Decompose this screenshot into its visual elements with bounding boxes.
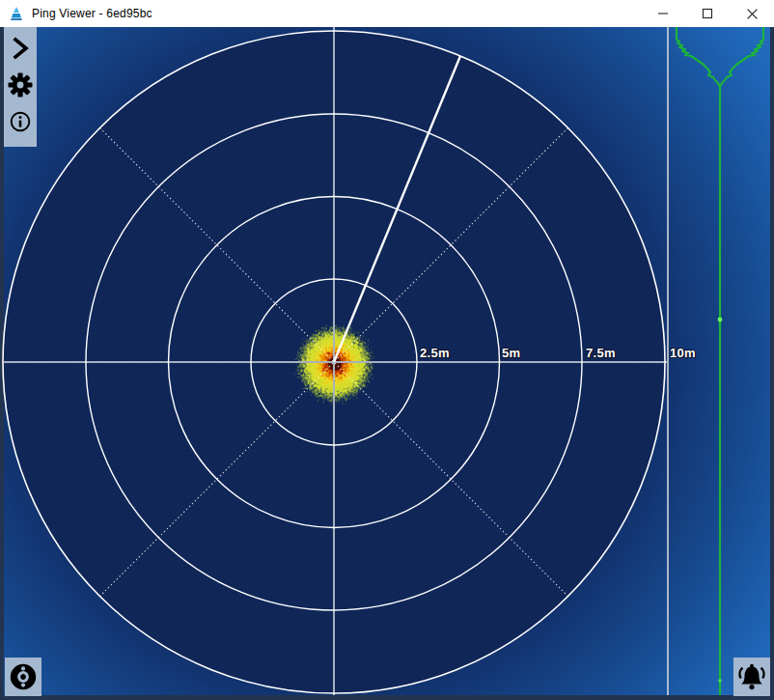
settings-button[interactable] — [6, 70, 35, 100]
close-button[interactable] — [730, 0, 774, 27]
ascan-waveform-trace — [677, 27, 763, 695]
open-menu-button[interactable] — [6, 33, 35, 64]
bell-icon — [736, 661, 767, 692]
maximize-icon — [702, 8, 713, 19]
info-icon — [9, 110, 32, 133]
range-label-5m: 5m — [502, 346, 520, 360]
disc-icon — [9, 662, 38, 691]
range-label-10m: 10m — [670, 346, 696, 360]
gear-icon — [8, 72, 33, 98]
sonar-polar-display — [0, 27, 774, 700]
notifications-button[interactable] — [733, 658, 770, 696]
minimize-icon — [657, 8, 669, 19]
window-title: Ping Viewer - 6ed95bc — [32, 7, 152, 20]
ascan-highlight-dot — [718, 318, 723, 322]
app-logo-icon — [9, 6, 24, 21]
tool-panel — [4, 27, 37, 147]
titlebar: Ping Viewer - 6ed95bc — [0, 0, 774, 27]
range-label-2-5m: 2.5m — [420, 346, 450, 360]
close-icon — [746, 8, 759, 20]
range-label-7-5m: 7.5m — [586, 346, 616, 360]
about-button[interactable] — [6, 106, 35, 137]
panel-divider — [667, 27, 669, 695]
ping-viewer-window: Ping Viewer - 6ed95bc — [0, 0, 774, 700]
chevron-right-icon — [10, 37, 31, 60]
minimize-button[interactable] — [641, 0, 685, 27]
sonar-view: 2.5m 5m 7.5m 10m — [0, 27, 774, 700]
replay-button[interactable] — [5, 658, 41, 696]
window-controls — [641, 0, 774, 27]
maximize-button[interactable] — [685, 0, 730, 27]
ascan-highlight-dot-2 — [718, 679, 722, 683]
